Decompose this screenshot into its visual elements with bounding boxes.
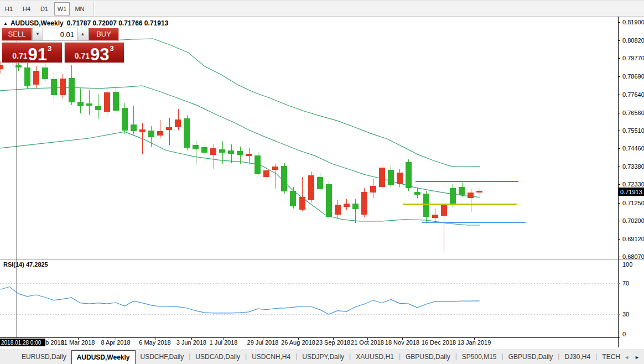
chart-tab-xauusd-h1[interactable]: XAUUSD,H1 — [351, 350, 399, 364]
timeframe-button-w1[interactable]: W1 — [54, 2, 70, 15]
chart-tab-gbpusd-daily[interactable]: GBPUSD,Daily — [503, 350, 558, 364]
tab-scroll-controls: ◄► — [621, 350, 644, 364]
candlesticks-layer — [0, 65, 482, 218]
candle-body — [272, 167, 278, 170]
candle-body — [184, 118, 190, 148]
rsi-line — [1, 287, 480, 314]
chart-tab-dj30-h4[interactable]: DJ30,H4 — [559, 350, 595, 364]
trading-platform-window: H1H4D1W1MN 0.819000.808200.797700.786900… — [0, 0, 644, 364]
time-tick-label: 1 Jul 2018 — [210, 339, 238, 346]
candle-body — [0, 65, 3, 69]
buy-price-sup: 3 — [110, 44, 114, 53]
chart-tab-eurusd-daily[interactable]: EURUSD,Daily — [17, 350, 71, 364]
one-click-trade-panel: SELL ▼ ▲ BUY 0.71 91 3 0.71 93 3 — [2, 28, 124, 63]
price-tick-label: 0.71250 — [622, 200, 644, 206]
chart-tab-usdcad-daily[interactable]: USDCAD,Daily — [190, 350, 245, 364]
price-tick-label: 0.76560 — [622, 110, 644, 116]
rsi-tick-label: 0 — [622, 331, 626, 337]
rsi-name: RSI(14) — [3, 261, 24, 268]
timeframe-button-mn[interactable]: MN — [72, 2, 87, 15]
rsi-value: 47.2825 — [26, 261, 48, 268]
price-tick-label: 0.75510 — [622, 127, 644, 134]
buy-price-prefix: 0.71 — [75, 51, 90, 60]
rsi-tick-label: 70 — [622, 280, 629, 287]
chart-tab-usdjpy-daily[interactable]: USDJPY,Daily — [297, 350, 349, 364]
candle-body — [228, 150, 234, 154]
volume-input[interactable] — [43, 28, 77, 41]
chart-canvas[interactable]: 0.819000.808200.797700.786900.776400.765… — [0, 17, 644, 349]
tab-scroll-right-icon[interactable]: ► — [635, 355, 640, 360]
sell-price-big: 91 — [28, 48, 47, 61]
buy-price-big: 93 — [90, 48, 109, 61]
time-tick-label: 23 Sep 2018 — [316, 339, 350, 346]
time-tick-label: 16 Dec 2018 — [422, 339, 456, 346]
sell-price-prefix: 0.71 — [12, 51, 27, 60]
time-tick-label: 3 Jun 2018 — [176, 339, 206, 346]
tab-scroll-left-icon[interactable]: ◄ — [624, 355, 629, 360]
price-tick-label: 0.69120 — [622, 236, 644, 242]
chart-title: ▲AUDUSD,Weekly0.71787 0.72007 0.71766 0.… — [3, 19, 168, 27]
candle-body — [255, 155, 261, 174]
collapse-triangle-icon[interactable]: ▲ — [3, 21, 8, 26]
chart-ohlc-values: 0.71787 0.72007 0.71766 0.71913 — [67, 19, 169, 27]
candle-body — [237, 151, 243, 155]
chart-symbol-label: AUDUSD,Weekly — [11, 19, 64, 27]
volume-increase-button[interactable]: ▲ — [77, 28, 89, 41]
price-tick-label: 0.70200 — [622, 217, 644, 224]
candle-body — [476, 191, 482, 193]
bollinger-upper-line — [111, 39, 480, 167]
candle-body — [193, 145, 199, 149]
chart-tab-bar: EURUSD,DailyAUDUSD,WeeklyUSDCHF,Daily|US… — [0, 350, 644, 364]
chart-tab-usdchf-daily[interactable]: USDCHF,Daily — [136, 350, 189, 364]
price-tick-label: 0.81900 — [622, 19, 644, 25]
candle-body — [263, 170, 269, 177]
time-tick-label: 21 Oct 2018 — [351, 339, 384, 346]
price-tick-label: 0.68070 — [622, 253, 644, 260]
date-cursor-value: 2018.01.28 0:00 — [1, 340, 41, 346]
timeframe-button-h4[interactable]: H4 — [19, 2, 34, 15]
price-tick-label: 0.77640 — [622, 91, 644, 98]
time-tick-label: 26 Aug 2018 — [281, 339, 315, 346]
price-tick-label: 0.79770 — [622, 55, 644, 61]
rsi-indicator-label: RSI(14) 47.2825 — [3, 261, 48, 268]
timeframe-button-d1[interactable]: D1 — [37, 2, 52, 15]
candle-body — [201, 147, 207, 153]
toolbar-separator — [94, 2, 95, 15]
candle-body — [281, 166, 287, 191]
candle-body — [175, 119, 181, 127]
time-tick-label: 18 Nov 2018 — [385, 339, 419, 346]
buy-button[interactable]: BUY — [89, 28, 119, 41]
timeframe-button-h1[interactable]: H1 — [1, 2, 17, 15]
time-tick-label: 8 Apr 2018 — [101, 339, 130, 346]
rsi-tick-label: 100 — [622, 261, 632, 268]
price-tick-label: 0.74460 — [622, 145, 644, 152]
buy-price-display[interactable]: 0.71 93 3 — [64, 42, 125, 63]
timeframe-toolbar: H1H4D1W1MN — [0, 0, 644, 17]
current-price-value: 0.71913 — [620, 189, 642, 195]
time-tick-label: 6 May 2018 — [139, 339, 170, 346]
sell-price-display[interactable]: 0.71 91 3 — [2, 42, 63, 63]
candle-body — [459, 187, 465, 195]
chart-tab-usdcnh-h4[interactable]: USDCNH,H4 — [247, 350, 295, 364]
time-tick-label: 29 Jul 2018 — [247, 339, 279, 346]
price-tick-label: 0.80820 — [622, 37, 644, 44]
candle-body — [246, 154, 252, 156]
candle-body — [166, 127, 172, 130]
price-tick-label: 0.78690 — [622, 73, 644, 80]
price-tick-label: 0.72330 — [622, 181, 644, 188]
volume-decrease-button[interactable]: ▼ — [32, 28, 43, 41]
chart-tab-sp500-m15[interactable]: SP500,M15 — [457, 350, 502, 364]
candle-body — [210, 148, 216, 155]
chart-tab-audusd-weekly[interactable]: AUDUSD,Weekly — [71, 350, 136, 364]
chart-tab-gbpusd-daily[interactable]: GBPUSD,Daily — [401, 350, 455, 364]
candle-body — [468, 193, 474, 198]
rsi-tick-label: 30 — [622, 311, 629, 318]
time-tick-label: 11 Mar 2018 — [61, 339, 95, 346]
sell-button[interactable]: SELL — [2, 28, 32, 41]
sell-price-sup: 3 — [48, 44, 51, 53]
candle-body — [219, 149, 225, 153]
time-tick-label: 13 Jan 2019 — [458, 339, 491, 346]
price-tick-label: 0.73380 — [622, 163, 644, 170]
candle-body — [290, 191, 296, 206]
